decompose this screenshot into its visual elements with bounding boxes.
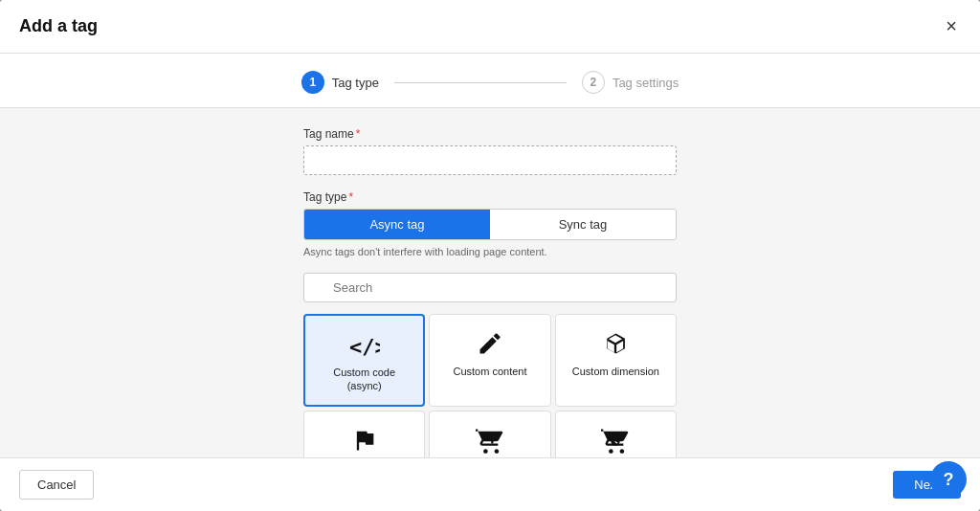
tag-card-custom-code-async[interactable]: </> Custom code (async) bbox=[303, 314, 425, 407]
code-icon: </> bbox=[349, 331, 380, 358]
step-1-circle: 1 bbox=[301, 71, 324, 94]
cart-add-icon bbox=[476, 427, 504, 454]
tag-card-custom-event[interactable]: Custom event bbox=[303, 411, 425, 457]
sync-tag-button[interactable]: Sync tag bbox=[490, 210, 676, 239]
tag-type-toggle: Async tag Sync tag bbox=[303, 209, 677, 240]
step-2-label: Tag settings bbox=[612, 76, 679, 90]
cube-icon bbox=[602, 330, 629, 357]
step-line bbox=[394, 82, 567, 83]
search-input[interactable] bbox=[303, 273, 677, 302]
help-button[interactable]: ? bbox=[930, 461, 967, 498]
modal-footer: Cancel Next bbox=[0, 457, 980, 511]
search-wrapper: 🔍 bbox=[303, 273, 677, 302]
modal: Add a tag × 1 Tag type 2 Tag settings bbox=[0, 0, 980, 511]
cancel-button[interactable]: Cancel bbox=[19, 470, 94, 500]
modal-title: Add a tag bbox=[19, 16, 98, 36]
tag-card-custom-dimension[interactable]: Custom dimension bbox=[555, 314, 677, 407]
pencil-icon bbox=[477, 330, 503, 357]
cart-update-icon bbox=[601, 427, 630, 454]
tag-name-group: Tag name* bbox=[303, 127, 677, 175]
close-button[interactable]: × bbox=[942, 15, 961, 37]
content-area: Tag name* Tag type* Async tag Sync tag bbox=[0, 108, 980, 457]
tag-cards-grid: </> Custom code (async) Custom content bbox=[303, 314, 677, 457]
step-2-circle: 2 bbox=[582, 71, 605, 94]
modal-overlay: Add a tag × 1 Tag type 2 Tag settings bbox=[0, 0, 980, 511]
svg-text:</>: </> bbox=[349, 335, 380, 358]
async-hint: Async tags don't interfere with loading … bbox=[303, 246, 677, 257]
tag-card-label-custom-code-async: Custom code (async) bbox=[315, 366, 413, 393]
flag-icon bbox=[351, 427, 378, 454]
stepper: 1 Tag type 2 Tag settings bbox=[0, 54, 980, 108]
tag-name-label: Tag name* bbox=[303, 127, 677, 141]
tag-type-group: Tag type* Async tag Sync tag Async tags … bbox=[303, 190, 677, 257]
modal-header: Add a tag × bbox=[0, 0, 980, 54]
step-2: 2 Tag settings bbox=[582, 71, 679, 94]
tag-type-label: Tag type* bbox=[303, 190, 677, 204]
tag-card-ecommerce-add-to-cart[interactable]: Ecommerce add to cart bbox=[429, 411, 550, 457]
tag-card-ecommerce-cart-update[interactable]: Ecommerce cart update bbox=[555, 411, 677, 457]
modal-body: 1 Tag type 2 Tag settings Tag name* bbox=[0, 54, 980, 457]
tag-card-custom-content[interactable]: Custom content bbox=[429, 314, 550, 407]
step-1: 1 Tag type bbox=[301, 71, 379, 94]
form-container: Tag name* Tag type* Async tag Sync tag bbox=[303, 127, 677, 438]
async-tag-button[interactable]: Async tag bbox=[304, 210, 490, 239]
tag-name-input[interactable] bbox=[303, 145, 677, 175]
tag-card-label-custom-dimension: Custom dimension bbox=[572, 365, 659, 378]
tag-card-label-custom-content: Custom content bbox=[453, 365, 526, 378]
step-1-label: Tag type bbox=[332, 76, 379, 90]
